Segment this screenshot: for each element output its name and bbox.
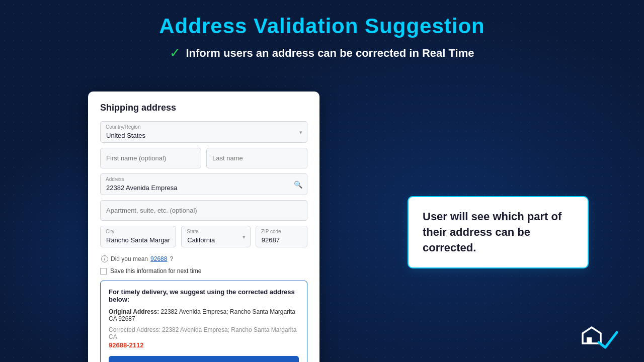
first-name-field-group (100, 148, 201, 168)
state-select[interactable]: California (181, 226, 251, 247)
checkmark-icon: ✓ (170, 45, 181, 61)
update-address-button[interactable]: Update address (109, 356, 299, 362)
brand-logo-icon (578, 323, 628, 351)
corrected-address-row: Corrected Address: 22382 Avenida Empresa… (109, 326, 299, 340)
city-field-group: City (100, 226, 176, 247)
save-info-row: Save this information for next time (100, 267, 307, 275)
did-you-mean-text: Did you mean (111, 255, 148, 262)
apartment-field-group (100, 200, 307, 221)
suggestion-box: For timely delivery, we suggest using th… (100, 281, 307, 362)
callout-box: User will see which part of their addres… (408, 196, 589, 268)
city-input[interactable] (100, 226, 176, 247)
address-input[interactable] (100, 173, 307, 195)
did-you-mean-row: i Did you mean 92688? (101, 255, 307, 262)
did-you-mean-suffix: ? (170, 255, 173, 262)
last-name-field-group (206, 148, 307, 168)
search-icon: 🔍 (294, 180, 302, 189)
info-icon: i (101, 255, 108, 262)
callout-text: User will see which part of their addres… (423, 209, 574, 255)
original-label: Original Address: (109, 308, 159, 315)
suggestion-heading: For timely delivery, we suggest using th… (109, 288, 299, 303)
page-title: Address Validation Suggestion (0, 0, 644, 38)
address-field-group: Address 🔍 (100, 173, 307, 195)
subtitle-text: Inform users an address can be corrected… (186, 47, 474, 60)
country-select[interactable]: United States (100, 121, 307, 143)
zip-field-group: ZIP code (256, 226, 307, 247)
did-you-mean-link[interactable]: 92688 (150, 255, 167, 262)
logo (578, 323, 628, 351)
shipping-form-card: Shipping address Country/Region United S… (88, 92, 319, 362)
save-label: Save this information for next time (110, 267, 201, 275)
save-checkbox[interactable] (100, 268, 107, 275)
original-address-row: Original Address: 22382 Avenida Empresa;… (109, 308, 299, 322)
state-field-group: State California ▾ (181, 226, 251, 247)
first-name-input[interactable] (100, 148, 201, 168)
apartment-input[interactable] (100, 200, 307, 221)
last-name-input[interactable] (206, 148, 307, 168)
svg-rect-1 (587, 337, 592, 343)
corrected-zip-value: 92688-2112 (109, 341, 299, 349)
corrected-label: Corrected Address: (109, 326, 160, 333)
country-field-group: Country/Region United States ▾ (100, 121, 307, 143)
zip-input[interactable] (256, 226, 307, 247)
form-section-title: Shipping address (100, 103, 307, 113)
